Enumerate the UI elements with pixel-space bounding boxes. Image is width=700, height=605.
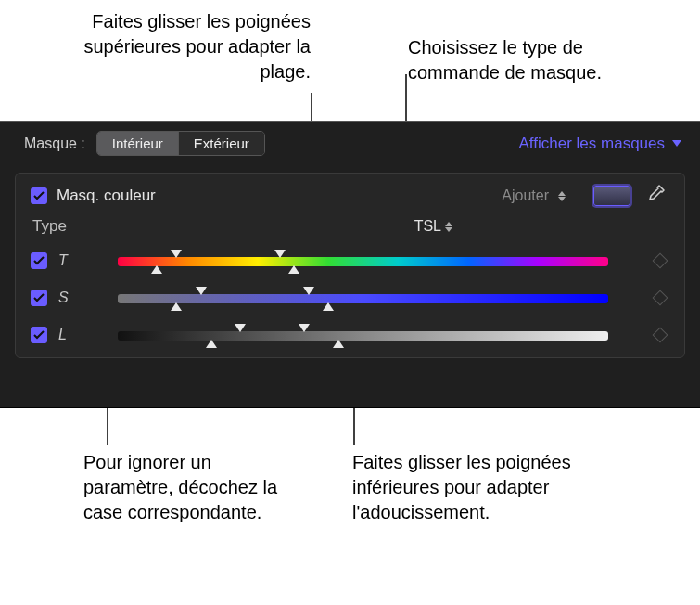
mask-type-dropdown[interactable]: TSL (414, 218, 452, 235)
mask-label: Masque : (24, 135, 85, 152)
param-l-label: L (58, 327, 81, 343)
popup-arrows-icon (558, 191, 566, 201)
param-s-label: S (58, 290, 81, 306)
type-label: Type (31, 217, 107, 236)
popup-arrows-icon (445, 222, 452, 232)
chevron-down-icon (672, 140, 681, 147)
range-handle-bottom[interactable] (288, 265, 299, 274)
show-masks-label: Afficher les masques (519, 135, 665, 153)
check-icon (33, 330, 45, 340)
range-handle-bottom[interactable] (323, 302, 334, 311)
range-handle-top[interactable] (299, 324, 310, 332)
segment-exterior[interactable]: Extérieur (178, 132, 264, 155)
eyedropper-icon[interactable] (645, 184, 666, 208)
saturation-range-slider[interactable] (118, 285, 608, 311)
range-handle-top[interactable] (274, 250, 286, 258)
param-s-checkbox[interactable] (31, 290, 47, 306)
keyframe-button[interactable] (653, 290, 668, 306)
check-icon (33, 191, 45, 200)
range-handle-top[interactable] (235, 324, 246, 332)
callout-top-left: Faites glisser les poignées supérieures … (32, 9, 311, 84)
param-l-checkbox[interactable] (31, 327, 47, 343)
param-row-t: T (31, 242, 666, 279)
show-masks-dropdown[interactable]: Afficher les masques (519, 135, 681, 153)
luminance-track (118, 331, 608, 341)
type-row: Type TSL (31, 211, 666, 242)
callout-top-right: Choisissez le type de commande de masque… (408, 35, 668, 85)
mask-top-row: Masque : Intérieur Extérieur Afficher le… (0, 122, 700, 165)
mask-type-value: TSL (414, 218, 441, 235)
check-icon (33, 256, 45, 265)
color-mask-panel: Masque : Intérieur Extérieur Afficher le… (0, 121, 700, 408)
color-swatch[interactable] (593, 186, 630, 206)
add-mask-label: Ajouter (502, 187, 549, 204)
param-row-l: L (31, 316, 666, 354)
add-mask-dropdown[interactable]: Ajouter (502, 187, 566, 204)
segment-interior[interactable]: Intérieur (97, 132, 178, 155)
mask-enable-checkbox[interactable] (31, 187, 47, 204)
luminance-range-slider[interactable] (118, 322, 608, 348)
color-mask-section: Masq. couleur Ajouter Type TSL T (15, 173, 685, 358)
param-t-label: T (58, 252, 81, 269)
mask-side-segmented: Intérieur Extérieur (96, 131, 265, 156)
callout-bottom-right: Faites glisser les poignées inférieures … (352, 450, 593, 525)
range-handle-top[interactable] (171, 250, 182, 258)
range-handle-bottom[interactable] (206, 340, 217, 348)
mask-title: Masq. couleur (57, 187, 156, 205)
range-handle-bottom[interactable] (333, 340, 344, 348)
keyframe-button[interactable] (653, 253, 668, 269)
param-t-checkbox[interactable] (31, 252, 47, 269)
saturation-track (118, 294, 608, 303)
param-row-s: S (31, 279, 666, 316)
section-header-row: Masq. couleur Ajouter (31, 181, 666, 211)
range-handle-top[interactable] (303, 287, 314, 295)
hue-track (118, 257, 608, 266)
check-icon (33, 293, 45, 302)
hue-range-slider[interactable] (118, 248, 608, 274)
range-handle-top[interactable] (196, 287, 207, 295)
callout-bottom-left: Pour ignorer un paramètre, décochez la c… (83, 450, 287, 525)
range-handle-bottom[interactable] (151, 265, 162, 274)
range-handle-bottom[interactable] (171, 302, 182, 311)
keyframe-button[interactable] (653, 328, 668, 343)
